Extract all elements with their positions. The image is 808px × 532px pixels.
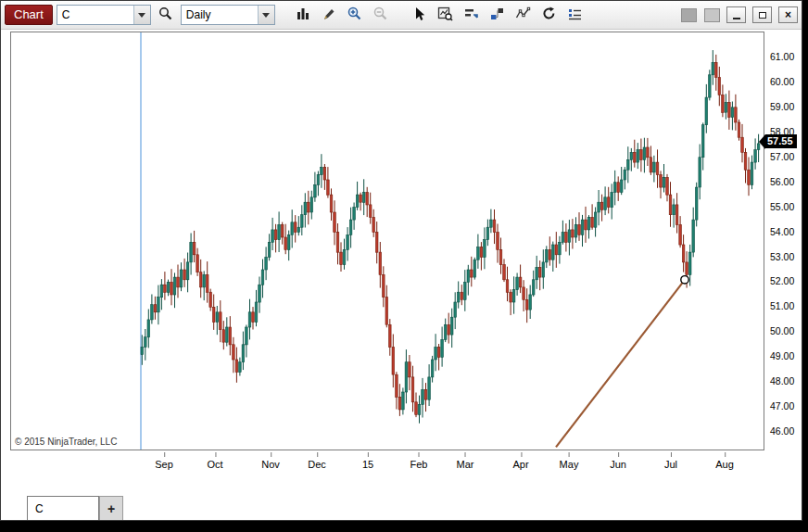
chart-trader-button[interactable] xyxy=(461,4,483,26)
close-icon: × xyxy=(785,9,791,20)
cursor-icon xyxy=(412,6,427,24)
time-tick-label: Mar xyxy=(457,459,474,470)
gray-square-button-2[interactable] xyxy=(704,8,720,22)
price-tick-label: 55.00 xyxy=(770,201,794,212)
price-tick-label: 52.00 xyxy=(770,275,794,286)
price-tick-label: 49.00 xyxy=(770,350,794,361)
minimize-icon xyxy=(733,18,740,19)
add-tab-button[interactable]: + xyxy=(99,496,123,520)
price-tick-label: 56.00 xyxy=(770,176,794,187)
candlestick-canvas[interactable] xyxy=(11,32,764,450)
price-tick-label: 46.00 xyxy=(770,425,794,437)
cursor-button[interactable] xyxy=(409,4,431,26)
copyright-text: © 2015 NinjaTrader, LLC xyxy=(15,437,117,447)
chart-style-icon xyxy=(296,6,310,24)
minimize-button[interactable] xyxy=(726,6,746,23)
zoom-out-icon xyxy=(372,6,388,24)
instrument-search-button[interactable] xyxy=(155,4,177,26)
badge-arrow-icon xyxy=(759,134,765,149)
price-axis[interactable]: 57.55 61.0060.0059.0058.0057.0056.0055.0… xyxy=(765,32,808,450)
drawing-tools-button[interactable] xyxy=(318,4,340,26)
time-tick-label: 15 xyxy=(362,459,373,470)
interval-combo[interactable]: Daily xyxy=(181,5,275,25)
price-tick-label: 53.00 xyxy=(770,251,794,262)
tab-c[interactable]: C xyxy=(27,496,99,520)
price-tick-label: 50.00 xyxy=(770,325,794,336)
properties-icon xyxy=(567,6,583,24)
tab-label: C xyxy=(35,502,44,515)
trendline-handle xyxy=(681,276,688,284)
price-tick-label: 54.00 xyxy=(770,226,794,237)
close-button[interactable]: × xyxy=(778,6,798,23)
time-tick-label: Feb xyxy=(410,459,428,470)
time-tick-label: Apr xyxy=(512,459,528,470)
time-tick-label: Sep xyxy=(155,459,173,470)
indicators-button[interactable] xyxy=(512,4,535,26)
chart-trader-icon xyxy=(463,6,479,24)
zoom-in-button[interactable] xyxy=(344,4,366,26)
time-tick-label: Dec xyxy=(308,459,326,470)
price-tick-label: 61.00 xyxy=(770,51,794,62)
chart-window: Chart C Daily xyxy=(0,0,802,521)
price-tick-label: 60.00 xyxy=(770,76,794,87)
time-tick-label: Aug xyxy=(715,459,734,470)
time-axis[interactable]: SepOctNovDec15FebMarAprMayJunJulAug xyxy=(10,451,763,475)
chart-style-button[interactable] xyxy=(292,4,314,26)
time-tick-label: May xyxy=(560,459,579,470)
data-box-button[interactable] xyxy=(435,4,457,26)
restore-icon xyxy=(759,12,766,19)
time-tick-label: Oct xyxy=(207,459,222,470)
time-tick-label: Jul xyxy=(664,459,677,470)
data-box-icon xyxy=(437,6,453,24)
price-tick-label: 48.00 xyxy=(770,375,794,386)
instrument-value: C xyxy=(57,8,133,21)
chart-region: © 2015 NinjaTrader, LLC 57.55 61.0060.00… xyxy=(10,32,802,478)
panels-icon xyxy=(489,6,505,24)
toolbar: Chart C Daily xyxy=(1,1,802,30)
instrument-combo[interactable]: C xyxy=(57,5,151,25)
price-tick-label: 47.00 xyxy=(770,400,794,412)
gray-square-button-1[interactable] xyxy=(681,8,697,22)
chevron-down-icon[interactable] xyxy=(258,6,274,24)
time-tick-label: Nov xyxy=(261,459,280,470)
reload-button[interactable] xyxy=(538,4,561,26)
time-tick-label: Jun xyxy=(610,459,626,470)
price-tick-label: 51.00 xyxy=(770,300,794,311)
properties-button[interactable] xyxy=(564,4,587,26)
window-title-label: Chart xyxy=(5,5,53,25)
panels-button[interactable] xyxy=(486,4,509,26)
price-tick-label: 58.00 xyxy=(770,126,794,137)
chevron-down-icon[interactable] xyxy=(133,6,150,24)
chart-plot[interactable]: © 2015 NinjaTrader, LLC xyxy=(10,32,764,450)
indicators-icon xyxy=(515,6,531,24)
restore-button[interactable] xyxy=(752,6,772,23)
interval-value: Daily xyxy=(182,8,258,21)
zoom-out-button[interactable] xyxy=(370,4,392,26)
search-icon xyxy=(158,6,173,24)
reload-icon xyxy=(541,6,557,24)
zoom-in-icon xyxy=(347,6,362,24)
price-tick-label: 57.00 xyxy=(770,151,794,162)
price-tick-label: 59.00 xyxy=(770,101,794,112)
tab-bar: C + xyxy=(1,492,802,520)
pencil-icon xyxy=(322,6,336,24)
